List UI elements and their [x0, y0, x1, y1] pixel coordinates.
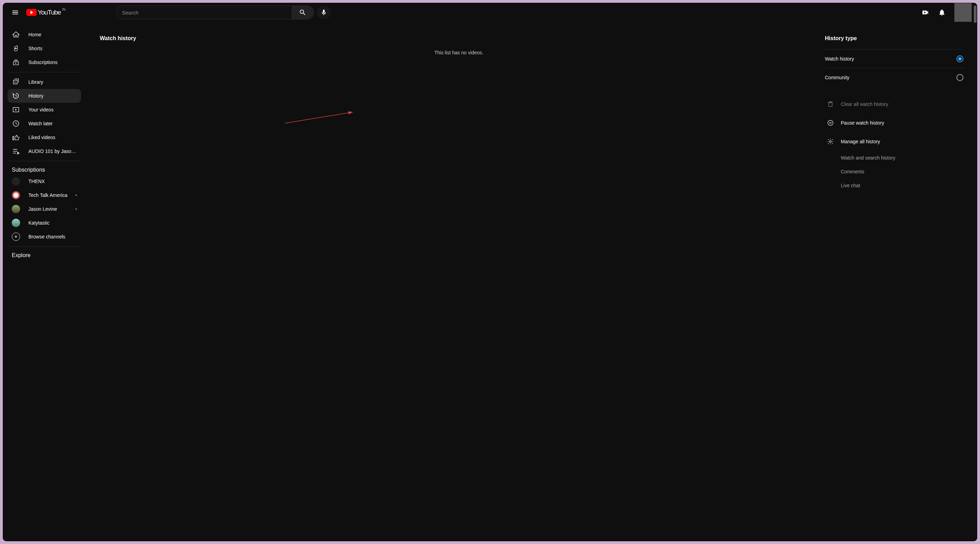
radio-icon	[956, 74, 963, 81]
sidebar-item-label: Watch later	[29, 121, 77, 126]
channel-name: Tech Talk America	[29, 192, 73, 198]
action-label: Pause watch history	[841, 120, 884, 125]
home-icon	[12, 30, 20, 39]
sidebar-item-liked[interactable]: Liked videos	[8, 130, 81, 144]
subscription-channel[interactable]: Jason Levine	[8, 202, 81, 216]
sidebar-item-watch-later[interactable]: Watch later	[8, 117, 81, 130]
clear-history-button[interactable]: Clear all watch history	[825, 95, 963, 114]
channel-name: THENX	[29, 179, 77, 184]
browse-channels[interactable]: + Browse channels	[8, 230, 81, 244]
youtube-icon	[26, 9, 37, 16]
manage-link-comments[interactable]: Comments	[825, 165, 963, 179]
page-title: Watch history	[100, 35, 818, 41]
sidebar-item-label: Home	[29, 32, 77, 37]
subscriptions-icon	[12, 58, 20, 67]
logo-text: YouTube	[38, 9, 60, 16]
history-type-watch[interactable]: Watch history	[825, 49, 963, 68]
history-type-community[interactable]: Community	[825, 68, 963, 87]
channel-name: Katytastic	[29, 220, 77, 226]
sidebar-item-label: Subscriptions	[29, 60, 77, 65]
subscription-channel[interactable]: THENX	[8, 174, 81, 188]
pause-history-button[interactable]: Pause watch history	[825, 114, 963, 132]
sidebar-item-label: Your videos	[29, 107, 77, 113]
scrollbar[interactable]	[974, 6, 977, 23]
channel-avatar	[12, 177, 20, 186]
shorts-icon	[12, 44, 20, 52]
header-actions	[918, 3, 972, 22]
bell-icon	[938, 9, 946, 16]
sidebar-item-label: Library	[29, 79, 77, 85]
sidebar: Home Shorts Subscriptions Library Histor…	[3, 22, 86, 541]
manage-link-live-chat[interactable]: Live chat	[825, 179, 963, 192]
search-icon	[299, 9, 307, 16]
create-icon	[921, 9, 929, 16]
explore-heading: Explore	[8, 249, 81, 260]
plus-circle-icon: +	[12, 233, 20, 241]
search-form	[116, 6, 314, 19]
sidebar-item-home[interactable]: Home	[8, 28, 81, 41]
link-label: Live chat	[841, 183, 860, 188]
search-wrap	[116, 6, 331, 19]
create-button[interactable]	[918, 6, 932, 19]
svg-point-2	[828, 121, 833, 125]
empty-message: This list has no videos.	[100, 50, 818, 56]
sidebar-item-label: Liked videos	[29, 135, 77, 140]
channel-avatar	[12, 191, 20, 199]
new-content-dot	[75, 195, 77, 196]
action-label: Manage all history	[841, 139, 880, 144]
notifications-button[interactable]	[935, 6, 949, 19]
action-label: Clear all watch history	[841, 102, 888, 107]
history-type-panel: History type Watch history Community Cle…	[825, 30, 963, 533]
radio-label: Watch history	[825, 56, 854, 62]
new-content-dot	[75, 208, 77, 210]
your-videos-icon	[12, 106, 20, 114]
pause-circle-icon	[826, 119, 835, 126]
history-icon	[12, 92, 20, 100]
channel-avatar	[12, 205, 20, 213]
app-window: YouTube IN	[3, 3, 977, 541]
avatar[interactable]	[955, 3, 972, 22]
sidebar-item-label: AUDIO 101 by Jaso…	[29, 149, 77, 154]
manage-link-watch-search[interactable]: Watch and search history	[825, 151, 963, 165]
thumb-up-icon	[12, 133, 20, 141]
search-button[interactable]	[291, 6, 314, 19]
trash-icon	[826, 101, 835, 108]
playlist-icon	[12, 147, 20, 155]
manage-history-button[interactable]: Manage all history	[825, 132, 963, 151]
subscription-channel[interactable]: Katytastic	[8, 216, 81, 230]
search-input[interactable]	[116, 6, 291, 19]
gear-icon	[826, 138, 835, 145]
subscription-channel[interactable]: Tech Talk America	[8, 188, 81, 202]
sidebar-item-label: Shorts	[29, 46, 77, 51]
subscriptions-heading: Subscriptions	[8, 164, 81, 174]
sidebar-item-your-videos[interactable]: Your videos	[8, 103, 81, 117]
header: YouTube IN	[3, 3, 977, 22]
library-icon	[12, 78, 20, 86]
hamburger-button[interactable]	[8, 6, 22, 19]
sidebar-item-library[interactable]: Library	[8, 75, 81, 89]
sidebar-item-subscriptions[interactable]: Subscriptions	[8, 56, 81, 69]
svg-point-3	[830, 141, 832, 143]
browse-label: Browse channels	[29, 234, 77, 239]
sidebar-item-history[interactable]: History	[8, 89, 81, 103]
microphone-icon	[320, 9, 327, 16]
logo[interactable]: YouTube IN	[26, 9, 60, 16]
channel-name: Jason Levine	[29, 206, 73, 212]
clock-icon	[12, 119, 20, 128]
link-label: Watch and search history	[841, 155, 895, 160]
voice-search-button[interactable]	[317, 6, 331, 19]
panel-title: History type	[825, 35, 963, 41]
radio-label: Community	[825, 75, 850, 80]
main-content: Watch history This list has no videos. H…	[86, 22, 977, 541]
link-label: Comments	[841, 169, 864, 174]
sidebar-item-shorts[interactable]: Shorts	[8, 41, 81, 56]
country-code: IN	[62, 8, 65, 11]
sidebar-item-playlist[interactable]: AUDIO 101 by Jaso…	[8, 144, 81, 158]
channel-avatar	[12, 219, 20, 227]
center-column: Watch history This list has no videos.	[100, 30, 818, 533]
radio-icon	[956, 56, 963, 62]
sidebar-item-label: History	[29, 93, 77, 98]
